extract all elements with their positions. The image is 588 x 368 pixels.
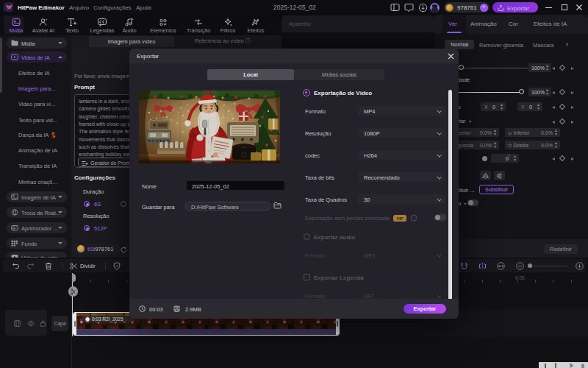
svg-text:VIP: VIP xyxy=(396,216,403,220)
svg-text:i: i xyxy=(413,216,415,220)
